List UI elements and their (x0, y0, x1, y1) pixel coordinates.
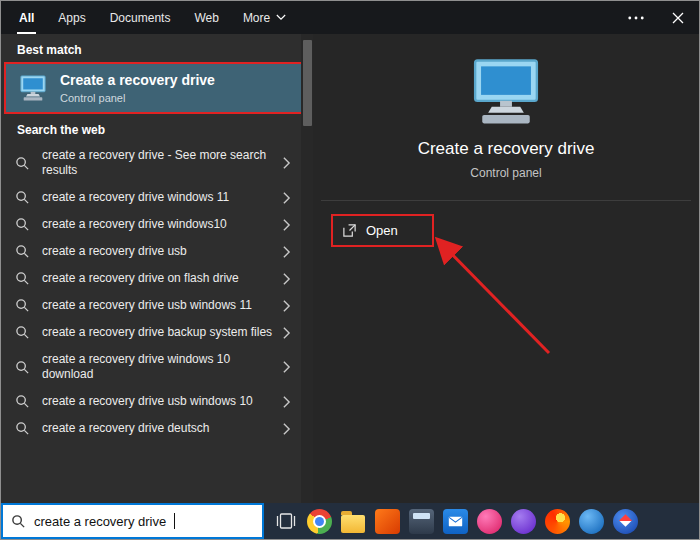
taskbar-search-input[interactable]: create a recovery drive (1, 503, 264, 539)
tab-all-label: All (19, 11, 34, 25)
suggestion-text: create a recovery drive usb windows 11 (42, 292, 274, 319)
close-icon[interactable] (657, 1, 699, 34)
chevron-right-icon[interactable] (282, 326, 291, 340)
suggestion-text: create a recovery drive - See more searc… (42, 142, 274, 184)
search-icon (15, 298, 31, 313)
file-explorer-icon[interactable] (341, 509, 366, 534)
chevron-right-icon[interactable] (282, 191, 291, 205)
best-match-title: Create a recovery drive (60, 72, 215, 89)
search-icon (15, 325, 31, 340)
recovery-drive-icon-large (468, 58, 544, 127)
preview-title: Create a recovery drive (313, 139, 699, 159)
suggestion-text: create a recovery drive usb windows 10 (42, 388, 274, 415)
search-results-panel: Best match Create a recovery drive Contr… (1, 34, 313, 503)
windows-search-screen: All Apps Documents Web More (0, 0, 700, 540)
search-web-header: Search the web (17, 123, 297, 137)
search-suggestion[interactable]: create a recovery drive - See more searc… (1, 142, 313, 184)
suggestion-text: create a recovery drive windows 11 (42, 184, 274, 211)
tab-more[interactable]: More (231, 1, 298, 34)
task-view-icon[interactable] (270, 503, 302, 539)
best-match-header: Best match (17, 43, 297, 57)
search-icon (15, 360, 31, 375)
open-button-label: Open (366, 223, 398, 238)
chevron-down-icon (276, 14, 286, 21)
chrome-icon[interactable] (307, 509, 332, 534)
suggestion-text: create a recovery drive windows 10 downl… (42, 346, 274, 388)
search-suggestion[interactable]: create a recovery drive usb windows 10 (1, 388, 313, 415)
tab-documents[interactable]: Documents (98, 1, 183, 34)
app-icon-orange[interactable] (375, 509, 400, 534)
search-icon (15, 244, 31, 259)
tab-documents-label: Documents (110, 11, 171, 25)
best-match-subtitle: Control panel (60, 92, 215, 104)
search-suggestion[interactable]: create a recovery drive usb windows 11 (1, 292, 313, 319)
search-suggestion[interactable]: create a recovery drive usb (1, 238, 313, 265)
tab-more-label: More (243, 11, 270, 25)
preview-divider (321, 200, 691, 201)
app-icon-compass[interactable] (613, 509, 638, 534)
filter-tabs: All Apps Documents Web More (1, 1, 298, 34)
web-suggestion-list: create a recovery drive - See more searc… (1, 142, 313, 442)
search-icon (15, 394, 31, 409)
tab-apps[interactable]: Apps (46, 1, 97, 34)
app-icon-purple[interactable] (511, 509, 536, 534)
suggestion-text: create a recovery drive deutsch (42, 415, 274, 442)
chevron-right-icon[interactable] (282, 156, 291, 170)
app-icon-calculator[interactable] (409, 509, 434, 534)
tab-apps-label: Apps (58, 11, 85, 25)
taskbar: create a recovery drive (1, 503, 699, 539)
search-suggestion[interactable]: create a recovery drive windows10 (1, 211, 313, 238)
scrollbar-thumb[interactable] (303, 40, 312, 126)
chevron-right-icon[interactable] (282, 422, 291, 436)
suggestion-text: create a recovery drive windows10 (42, 211, 274, 238)
preview-pane: Create a recovery drive Control panel Op… (313, 34, 699, 503)
open-button-annotation-box: Open (331, 214, 434, 247)
tab-web-label: Web (194, 11, 218, 25)
recovery-drive-icon (18, 75, 48, 102)
search-icon (15, 156, 31, 171)
text-caret (174, 513, 175, 529)
chevron-right-icon[interactable] (282, 395, 291, 409)
firefox-icon[interactable] (545, 509, 570, 534)
chevron-right-icon[interactable] (282, 299, 291, 313)
best-match-result[interactable]: Create a recovery drive Control panel (4, 62, 309, 114)
chevron-right-icon[interactable] (282, 272, 291, 286)
search-suggestion[interactable]: create a recovery drive backup system fi… (1, 319, 313, 346)
thunderbird-icon[interactable] (579, 509, 604, 534)
chevron-right-icon[interactable] (282, 245, 291, 259)
search-suggestion[interactable]: create a recovery drive deutsch (1, 415, 313, 442)
tab-all[interactable]: All (7, 1, 46, 34)
preview-subtitle: Control panel (313, 166, 699, 180)
search-icon (15, 271, 31, 286)
chevron-right-icon[interactable] (282, 360, 291, 374)
open-button[interactable]: Open (333, 216, 432, 245)
window-controls (615, 1, 699, 34)
options-ellipsis-button[interactable] (615, 1, 657, 34)
search-filter-bar: All Apps Documents Web More (1, 1, 699, 34)
search-suggestion[interactable]: create a recovery drive on flash drive (1, 265, 313, 292)
tab-web[interactable]: Web (182, 1, 230, 34)
search-icon (11, 514, 26, 529)
mail-icon[interactable] (443, 509, 468, 534)
suggestion-text: create a recovery drive backup system fi… (42, 319, 274, 346)
taskbar-app-icons (302, 509, 642, 534)
suggestion-text: create a recovery drive on flash drive (42, 265, 274, 292)
search-icon (15, 421, 31, 436)
best-match-text: Create a recovery drive Control panel (60, 72, 215, 104)
search-icon (15, 217, 31, 232)
search-input-value: create a recovery drive (34, 514, 166, 529)
search-suggestion[interactable]: create a recovery drive windows 11 (1, 184, 313, 211)
app-icon-pink[interactable] (477, 509, 502, 534)
search-suggestion[interactable]: create a recovery drive windows 10 downl… (1, 346, 313, 388)
search-icon (15, 190, 31, 205)
open-icon (342, 223, 357, 238)
suggestion-text: create a recovery drive usb (42, 238, 274, 265)
scrollbar-track[interactable] (301, 34, 313, 503)
chevron-right-icon[interactable] (282, 218, 291, 232)
